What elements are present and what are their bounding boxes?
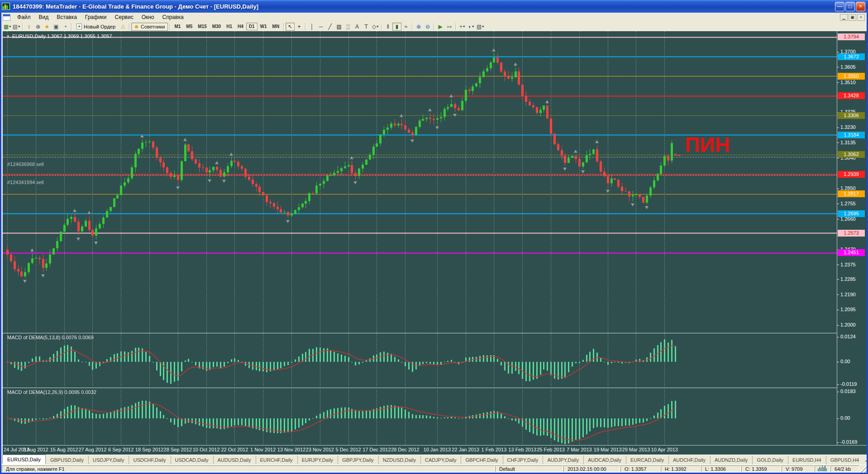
vertical-line-icon[interactable]: │ — [307, 23, 316, 31]
shapes-icon[interactable]: ◇▾ — [371, 23, 380, 31]
chart-symbol-label: ▼ EURUSD,Daily 1.3067 1.3069 1.3055 1.30… — [6, 33, 112, 39]
resize-grip[interactable] — [859, 465, 867, 473]
profiles-icon[interactable]: ▤▾ — [12, 23, 21, 31]
zoom-out-icon[interactable]: ⊖ — [423, 23, 432, 31]
price-level-badge: 1.2817 — [838, 190, 865, 197]
text-icon[interactable]: A — [353, 23, 362, 31]
price-level-badge: 1.2451 — [838, 249, 865, 256]
axis-tick-mark — [837, 392, 839, 392]
open-order-label: #124636968 sell — [7, 161, 44, 167]
chart-tab-audcad-daily[interactable]: AUDCAD,Daily — [583, 455, 626, 465]
chart-tab-usdjpy-daily[interactable]: USDJPY,Daily — [88, 455, 129, 465]
chart-tab-eurusd-daily[interactable]: EURUSD,Daily — [2, 455, 46, 465]
menu-item-вид[interactable]: Вид — [35, 13, 53, 21]
menu-item-справка[interactable]: Справка — [158, 13, 188, 21]
cursor-icon[interactable]: ↖ — [286, 23, 295, 31]
mdi-close-button[interactable]: × — [857, 14, 865, 21]
tab-scroll-left-icon[interactable]: ◂ — [863, 458, 868, 463]
chart-tab-audnzd-daily[interactable]: AUDNZD,Daily — [710, 455, 752, 465]
mdi-minimize-button[interactable]: ▁ — [840, 14, 848, 21]
menu-item-вставка[interactable]: Вставка — [52, 13, 81, 21]
advisors-icon: ◉ — [134, 24, 139, 29]
chart-tab-chfjpy-daily[interactable]: CHFJPY,Daily — [503, 455, 543, 465]
axis-tick-mark — [837, 82, 839, 83]
chart-tab-gbpusd-daily[interactable]: GBPUSD,Daily — [46, 455, 88, 465]
menu-item-файл[interactable]: Файл — [13, 13, 35, 21]
timeframe-button-m5[interactable]: M5 — [183, 23, 195, 30]
axis-tick-mark — [837, 142, 839, 143]
price-tick-label: 1.2755 — [840, 201, 856, 206]
timeframe-button-h4[interactable]: H4 — [235, 23, 246, 30]
indicators-icon[interactable]: +▾ — [458, 23, 467, 31]
menu-item-окно[interactable]: Окно — [138, 13, 158, 21]
expert-advisors-button[interactable]: ◉ Советники — [131, 23, 168, 31]
new-chart-icon[interactable]: ▦▾ — [3, 23, 12, 31]
timeframe-button-mn[interactable]: MN — [270, 23, 282, 30]
periods-icon[interactable]: ◐▾ — [467, 23, 476, 31]
status-bar: Для справки, нажмите F1 Default 2013.02.… — [1, 465, 867, 473]
mdi-restore-button[interactable]: ▣ — [849, 14, 856, 21]
chart-tab-eurjpy-daily[interactable]: EURJPY,Daily — [297, 455, 338, 465]
price-tick-label: 1.2000 — [840, 322, 856, 327]
price-level-badge: 1.2695 — [838, 210, 865, 217]
cursor-icon: ↖ — [288, 24, 292, 30]
chart-tab-audchf-daily[interactable]: AUDCHF,Daily — [668, 455, 710, 465]
trendline-icon[interactable]: ╱ — [325, 23, 334, 31]
open-order-label: #124341994 sell — [7, 180, 44, 185]
market-watch-icon[interactable]: ↕ — [24, 23, 33, 31]
chart-tab-eurcad-daily[interactable]: EURCAD,Daily — [626, 455, 668, 465]
menu-item-графики[interactable]: Графики — [81, 13, 111, 21]
chart-canvas[interactable] — [3, 31, 837, 445]
timeframe-button-d1[interactable]: D1 — [246, 23, 258, 30]
timeframe-button-w1[interactable]: W1 — [258, 23, 270, 30]
minimize-button[interactable]: — — [835, 2, 844, 11]
fibonacci-icon[interactable]: ░ — [343, 23, 353, 31]
axis-tick-mark — [837, 67, 839, 67]
strategy-tester-icon[interactable]: ◔ — [61, 23, 70, 31]
price-level-badge: 1.2573 — [838, 230, 865, 237]
chart-shift-icon[interactable]: ↦ — [445, 23, 454, 31]
chart-tab-gbpjpy-daily[interactable]: GBPJPY,Daily — [338, 455, 378, 465]
timeframe-button-m30[interactable]: M30 — [210, 23, 224, 30]
auto-scroll-icon[interactable]: ▶ — [436, 23, 445, 31]
date-tick-label: 3 Aug 2012 — [23, 447, 48, 452]
chart-tab-nzdusd-daily[interactable]: NZDUSD,Daily — [378, 455, 420, 465]
templates-icon[interactable]: ▧▾ — [476, 23, 485, 31]
zoom-in-icon[interactable]: ⊕ — [414, 23, 423, 31]
chart-tab-eurusd-h4[interactable]: EURUSD,H4 — [788, 455, 826, 465]
status-datetime: 2013.02.15 00:00 — [563, 465, 620, 472]
new-order-button[interactable]: + Новый Ордер — [73, 23, 119, 31]
shapes-icon: ◇ — [372, 24, 376, 30]
warning-icon[interactable]: ⚠ — [119, 23, 128, 31]
timeframe-button-m15[interactable]: M15 — [195, 23, 209, 30]
timeframe-button-h1[interactable]: H1 — [224, 23, 235, 30]
crosshair-icon[interactable]: + — [295, 23, 304, 31]
line-chart-icon[interactable]: ≈ — [401, 23, 410, 31]
terminal-icon[interactable]: ▣ — [52, 23, 61, 31]
channel-icon[interactable]: ▨ — [334, 23, 343, 31]
data-window-icon[interactable]: ⊕ — [33, 23, 43, 31]
chart-tab-eurchf-daily[interactable]: EURCHF,Daily — [256, 455, 297, 465]
bar-chart-icon[interactable]: ‖ — [383, 23, 392, 31]
close-button[interactable]: × — [856, 2, 865, 11]
text-label-icon[interactable]: T — [362, 23, 371, 31]
chart-tab-usdcad-daily[interactable]: USDCAD,Daily — [171, 455, 213, 465]
date-tick-label: 23 Nov 2012 — [306, 447, 334, 452]
chart-tab-audjpy-daily[interactable]: AUDJPY,Daily — [543, 455, 583, 465]
data-window-icon: ⊕ — [36, 24, 40, 30]
date-tick-label: 6 Sep 2012 — [108, 447, 134, 452]
chart-tab-gbpchf-daily[interactable]: GBPCHF,Daily — [461, 455, 502, 465]
timeframe-button-m1[interactable]: M1 — [172, 23, 183, 30]
chart-tab-gbpusd-h4[interactable]: GBPUSD,H4 — [826, 455, 864, 465]
horizontal-line-icon[interactable]: ─ — [316, 23, 325, 31]
chart-tab-gold-daily[interactable]: GOLD,Daily — [752, 455, 788, 465]
maximize-button[interactable]: □ — [845, 2, 855, 11]
chart-tab-cadjpy-daily[interactable]: CADJPY,Daily — [420, 455, 461, 465]
candlestick-chart-icon[interactable]: ▮ — [392, 23, 401, 31]
menu-item-сервис[interactable]: Сервис — [111, 13, 138, 21]
chart-tab-usdchf-daily[interactable]: USDCHF,Daily — [129, 455, 170, 465]
navigator-icon[interactable]: ★ — [43, 23, 52, 31]
indicators-icon: + — [459, 24, 463, 30]
status-low: L: 1.3306 — [701, 465, 741, 472]
chart-tab-audusd-daily[interactable]: AUDUSD,Daily — [213, 455, 256, 465]
